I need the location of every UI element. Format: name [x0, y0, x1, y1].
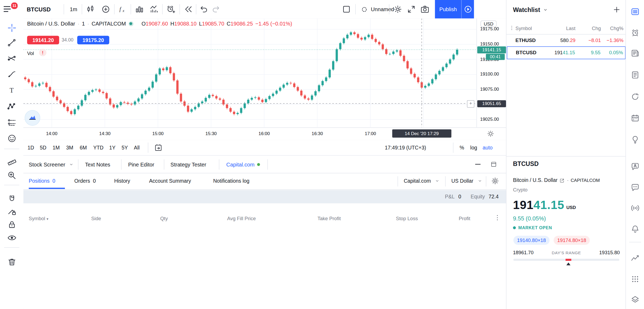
snapshot-icon[interactable]: [420, 5, 430, 14]
range-1m[interactable]: 1M: [53, 140, 60, 155]
nav-account-summary[interactable]: Account Summary: [149, 173, 191, 189]
notifications-icon[interactable]: [630, 224, 640, 234]
log-scale-button[interactable]: log: [470, 140, 477, 155]
drawing-lock-icon[interactable]: [7, 207, 17, 216]
minimize-panel-icon[interactable]: [475, 164, 480, 165]
watchlist-icon[interactable]: [630, 7, 640, 16]
volume-error-icon[interactable]: !: [39, 49, 47, 56]
tab-text-notes[interactable]: Text Notes: [85, 156, 110, 173]
auto-scale-button[interactable]: auto: [483, 140, 493, 155]
broker-logo[interactable]: [25, 110, 40, 126]
gann-fib-tool-icon[interactable]: [7, 53, 17, 63]
nav-history[interactable]: History: [114, 173, 130, 189]
redo-icon[interactable]: [211, 5, 221, 14]
candlestick-chart[interactable]: [23, 19, 476, 127]
col-qty[interactable]: Qty: [160, 216, 168, 222]
main-menu-button[interactable]: 11: [4, 4, 14, 15]
range-all[interactable]: All: [134, 140, 140, 155]
col-take-profit[interactable]: Take Profit: [317, 216, 341, 222]
clock-label[interactable]: 17:49:19 (UTC+3): [385, 140, 426, 155]
magnet-tool-icon[interactable]: [7, 194, 17, 204]
col-symbol[interactable]: Symbol ▾: [29, 216, 48, 222]
zoom-in-tool-icon[interactable]: [7, 170, 17, 180]
time-axis[interactable]: 17:0016:3016:0015:3015:0014:3014:00 14 D…: [23, 127, 506, 140]
column-drag-icon[interactable]: [509, 25, 515, 31]
bid-pill[interactable]: 19140.80×18: [513, 236, 550, 245]
publish-button[interactable]: Publish: [435, 6, 461, 12]
crosshair-tool-icon[interactable]: [7, 23, 17, 33]
range-1y[interactable]: 1Y: [109, 140, 116, 155]
chart-pane[interactable]: Bitcoin / U.S. Dollar · 1 · CAPITALCOM O…: [23, 19, 506, 127]
calendar-icon[interactable]: [630, 113, 640, 123]
maximize-panel-icon[interactable]: [490, 161, 497, 168]
live-stream-icon[interactable]: [462, 5, 474, 14]
detail-description[interactable]: Bitcoin / U.S. Dollar: [513, 177, 557, 183]
hide-all-drawings-icon[interactable]: [7, 233, 17, 243]
wl-col-last[interactable]: Last: [566, 26, 575, 31]
apps-grid-icon[interactable]: [630, 274, 640, 284]
chart-settings-icon[interactable]: [393, 5, 403, 14]
col-side[interactable]: Side: [91, 216, 101, 222]
indicator-templates-icon[interactable]: [149, 5, 159, 14]
add-alert-plus-icon[interactable]: +: [467, 100, 474, 108]
remove-drawings-icon[interactable]: [7, 257, 17, 267]
wl-col-chgpct[interactable]: Chg%: [610, 26, 623, 31]
notes-icon[interactable]: [630, 70, 640, 80]
private-chat-icon[interactable]: [630, 183, 640, 192]
col-avg-fill-price[interactable]: Avg Fill Price: [227, 216, 256, 222]
percent-scale-button[interactable]: %: [459, 140, 464, 155]
nav-positions[interactable]: Positions0: [29, 173, 55, 189]
range-6m[interactable]: 6M: [80, 140, 87, 155]
watchlist-title-button[interactable]: Watchlist: [513, 6, 549, 13]
symbol-search-button[interactable]: BTCUSD: [27, 0, 51, 19]
object-tree-icon[interactable]: [630, 295, 640, 304]
layout-select-icon[interactable]: [342, 5, 351, 14]
hotlists-icon[interactable]: [630, 92, 640, 102]
nav-orders[interactable]: Orders0: [74, 173, 96, 189]
nav-notifications-log[interactable]: Notifications log: [213, 173, 249, 189]
news-icon[interactable]: [630, 48, 640, 58]
range-1d[interactable]: 1D: [27, 140, 34, 155]
external-link-icon[interactable]: [559, 178, 565, 183]
interval-button[interactable]: 1m: [70, 0, 77, 19]
alert-create-icon[interactable]: [166, 5, 175, 14]
emoji-tool-icon[interactable]: [7, 133, 17, 143]
templates-icon[interactable]: [135, 5, 144, 14]
trend-line-tool-icon[interactable]: [7, 38, 17, 48]
volume-study-label[interactable]: Vol: [27, 51, 34, 56]
watchlist-row-btcusd-selected[interactable]: BTCUSD 19141.15 9.55 0.05%: [507, 47, 625, 59]
market-activity-icon[interactable]: [630, 254, 640, 264]
timezone-icon[interactable]: [487, 130, 494, 137]
public-chat-icon[interactable]: [630, 162, 640, 172]
symbol-title[interactable]: Bitcoin / U.S. Dollar: [27, 20, 75, 27]
measure-tool-icon[interactable]: [7, 156, 17, 166]
ask-pill[interactable]: 19174.80×18: [554, 236, 590, 245]
tab-strategy-tester[interactable]: Strategy Tester: [170, 156, 206, 173]
col-stop-loss[interactable]: Stop Loss: [396, 216, 418, 222]
range-5y[interactable]: 5Y: [122, 140, 128, 155]
chart-style-icon[interactable]: [86, 5, 95, 14]
ideas-icon[interactable]: [630, 135, 640, 144]
tab-pine-editor[interactable]: Pine Editor: [128, 156, 154, 173]
range-ytd[interactable]: YTD: [93, 140, 104, 155]
lock-all-drawings-icon[interactable]: [7, 220, 17, 229]
add-symbol-plus-icon[interactable]: [612, 5, 621, 14]
wl-col-symbol[interactable]: Symbol: [516, 26, 532, 31]
bar-replay-icon[interactable]: [183, 5, 193, 14]
range-5d[interactable]: 5D: [40, 140, 47, 155]
alerts-icon[interactable]: [630, 28, 640, 37]
sell-price-button[interactable]: 19141.20: [27, 36, 59, 44]
compare-icon[interactable]: [101, 5, 111, 14]
watchlist-row-ethusd[interactable]: ETHUSD 580.29 −8.01 −1.36%: [507, 34, 626, 46]
prediction-tool-icon[interactable]: [7, 118, 17, 127]
wl-col-chg[interactable]: Chg: [592, 26, 601, 31]
text-tool-icon[interactable]: [7, 85, 17, 95]
pattern-tool-icon[interactable]: [7, 102, 17, 111]
indicators-icon[interactable]: [118, 5, 127, 14]
col-profit[interactable]: Profit: [459, 216, 470, 222]
price-axis[interactable]: 19025.0019050.0019075.0019100.0019125.00…: [476, 19, 507, 127]
go-to-date-icon[interactable]: [154, 143, 162, 152]
fullscreen-icon[interactable]: [407, 5, 416, 14]
broker-select[interactable]: Capital.com: [404, 173, 440, 189]
table-options-kebab-icon[interactable]: [494, 214, 501, 222]
